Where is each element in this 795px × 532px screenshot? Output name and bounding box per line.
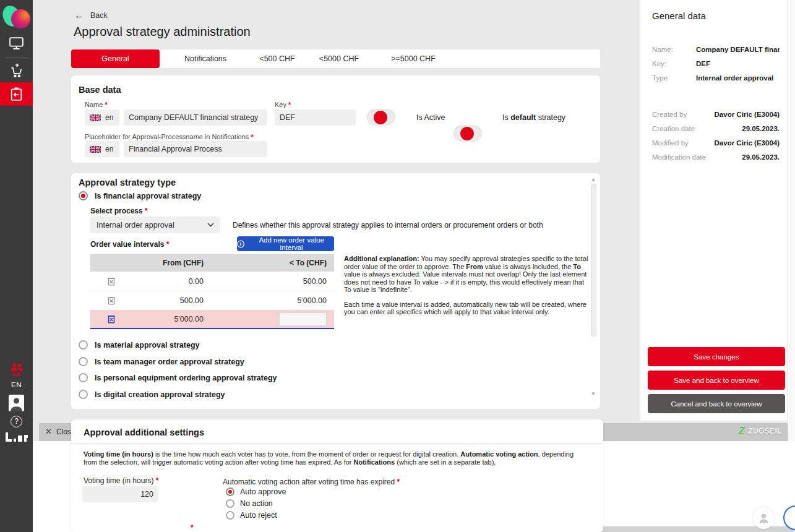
voting-time-label: Voting time (in hours) — [84, 476, 158, 485]
is-default-bold: default — [510, 113, 536, 122]
radio-icon — [226, 499, 234, 508]
tab-label: Notifications — [184, 54, 226, 63]
cancel-and-back-button[interactable]: Cancel and back to overview — [648, 394, 785, 413]
radio-label: Is team manager order approval strategy — [95, 358, 244, 366]
meta-label: Created by — [652, 111, 687, 119]
process-select-hint: Defines whether this approval strategy a… — [233, 221, 543, 230]
sidebar-item-shop[interactable] — [0, 61, 33, 80]
table-header-row: From (CHF) < To (CHF) — [90, 254, 334, 272]
radio-digital-creation-strategy[interactable]: Is digital creation approval strategy — [79, 390, 225, 399]
meta-value: Davor Ciric (E3004) — [689, 139, 780, 148]
info-row: Name: Company DEFAULT financial ... — [652, 46, 780, 54]
desc-bold: Voting time (in hours) — [84, 450, 153, 458]
radio-no-action[interactable]: No action — [226, 499, 273, 508]
cell-from: 0.00 — [132, 277, 207, 286]
page-title: Approval strategy administration — [74, 25, 251, 39]
person-icon — [757, 512, 770, 525]
process-select-value: Internal order approval — [97, 221, 174, 230]
help-button[interactable]: ? — [0, 414, 33, 428]
toggle-knob — [460, 127, 474, 140]
radio-material-strategy[interactable]: Is material approval strategy — [79, 340, 200, 350]
scroll-up-arrow[interactable]: ▲ — [591, 178, 596, 182]
info-label: Type — [652, 74, 696, 83]
delete-interval-button[interactable] — [106, 276, 117, 287]
table-row: 500.00 5'000.00 — [90, 291, 334, 310]
radio-label: Is material approval strategy — [95, 341, 200, 350]
voting-time-input[interactable] — [82, 486, 158, 502]
radio-personal-equipment-strategy[interactable]: Is personal equipment ordering approval … — [79, 373, 277, 382]
tab-lt5000[interactable]: <5000 CHF — [303, 49, 375, 68]
save-changes-button[interactable]: Save changes — [648, 347, 785, 366]
tab-label: General — [101, 54, 129, 63]
required-asterisk — [191, 523, 194, 532]
is-default-label: Is default strategy — [502, 113, 565, 122]
radio-label: Is digital creation approval strategy — [95, 390, 225, 399]
name-language-selector[interactable]: en — [85, 109, 119, 126]
placeholder-input[interactable] — [124, 141, 267, 157]
additional-settings-title: Approval additional settings — [84, 427, 204, 437]
back-button[interactable]: ← Back — [74, 11, 108, 20]
radio-icon — [79, 390, 88, 399]
language-code: en — [105, 113, 113, 122]
sidebar: EN ? — [0, 0, 33, 532]
page-scrollbar-track[interactable] — [788, 0, 795, 441]
name-input[interactable] — [124, 109, 267, 126]
key-input[interactable] — [275, 109, 356, 126]
radio-icon — [79, 373, 88, 382]
radio-financial-strategy[interactable]: Is financial approval strategy — [79, 191, 201, 200]
cell-from: 5'000.00 — [132, 315, 207, 324]
info-row: Type Internal order approval — [652, 74, 780, 83]
language-label: EN — [11, 381, 22, 388]
scrollbar-thumb[interactable] — [591, 184, 596, 337]
radio-auto-approve[interactable]: Auto approve — [226, 487, 286, 496]
process-select[interactable]: Internal order approval — [90, 217, 220, 233]
is-active-toggle[interactable] — [367, 109, 395, 126]
trash-x-icon — [106, 314, 117, 325]
cell-to: 500.00 — [207, 277, 334, 286]
radio-icon — [79, 340, 88, 350]
tab-lt500[interactable]: <500 CHF — [251, 49, 303, 68]
user-avatar-bubble[interactable] — [753, 507, 775, 529]
trash-x-icon — [106, 276, 117, 287]
is-default-toggle[interactable] — [453, 126, 482, 142]
intervals-explanation: Additional explanation: You may specify … — [344, 255, 593, 316]
language-selector[interactable]: EN — [0, 379, 33, 390]
monitor-icon — [9, 36, 24, 51]
delete-interval-button[interactable] — [106, 314, 117, 325]
plus-circle-icon — [237, 240, 244, 248]
general-data-info: Name: Company DEFAULT financial ... Key:… — [652, 46, 780, 88]
scroll-down-arrow[interactable]: ▼ — [591, 392, 596, 397]
close-icon: ✕ — [45, 427, 52, 436]
base-data-card: Base data Name en Key Is Active Is defau… — [71, 75, 600, 163]
zugseil-z-icon: Z — [739, 426, 745, 436]
radio-label: Auto reject — [240, 511, 277, 520]
sidebar-item-desktop[interactable] — [0, 35, 33, 52]
tab-notifications[interactable]: Notifications — [160, 49, 251, 68]
to-value-input[interactable] — [279, 312, 327, 326]
tab-gte5000[interactable]: >=5000 CHF — [375, 49, 452, 68]
sidebar-user-avatar[interactable] — [0, 394, 33, 411]
add-interval-button[interactable]: Add new order value interval — [237, 236, 334, 251]
save-and-back-button[interactable]: Save and back to overview — [648, 371, 785, 390]
header-from: From (CHF) — [132, 259, 207, 267]
delete-interval-button[interactable] — [106, 295, 117, 306]
sidebar-item-approvals[interactable] — [0, 82, 33, 106]
trash-x-icon — [106, 295, 117, 306]
tab-general[interactable]: General — [71, 49, 160, 68]
placeholder-language-selector[interactable]: en — [85, 141, 119, 157]
cell-from: 500.00 — [132, 296, 207, 305]
radio-auto-reject[interactable]: Auto reject — [226, 511, 277, 520]
explanation-bold: To — [573, 263, 581, 270]
info-row: Key: DEF — [652, 60, 780, 69]
app-logo — [3, 4, 30, 31]
table-row-highlighted: 5'000.00 — [90, 310, 334, 329]
back-arrow-icon: ← — [74, 11, 84, 20]
radio-label: Auto approve — [240, 487, 286, 496]
info-label: Key: — [652, 60, 696, 69]
radio-team-manager-strategy[interactable]: Is team manager order approval strategy — [79, 357, 244, 366]
is-active-label: Is Active — [416, 113, 445, 122]
meta-row: Modified by Davor Ciric (E3004) — [652, 139, 780, 148]
general-data-panel: General data Name: Company DEFAULT finan… — [640, 0, 788, 421]
info-value: DEF — [696, 60, 710, 69]
sidebar-item-user-switch[interactable] — [0, 362, 33, 377]
